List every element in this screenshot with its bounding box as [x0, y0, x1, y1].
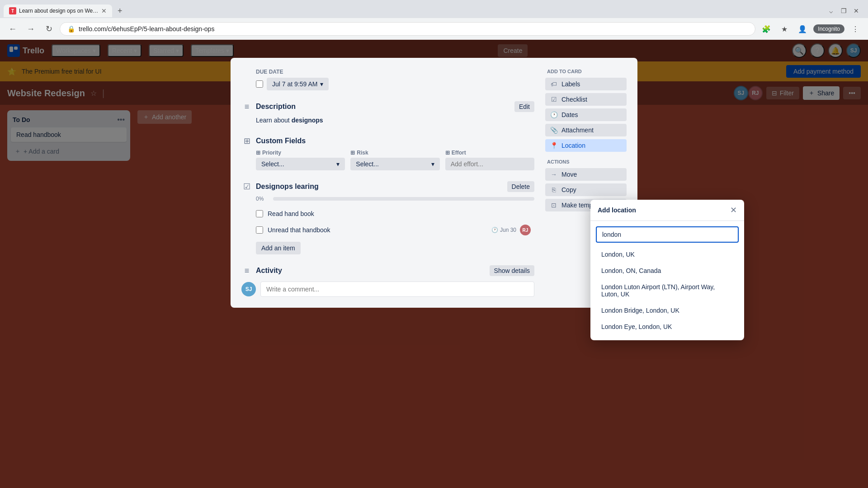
menu-button[interactable]: ⋮ [848, 22, 863, 36]
copy-icon: ⎘ [550, 186, 558, 193]
description-title: Description [256, 103, 296, 111]
attachment-button[interactable]: 📎 Attachment [545, 124, 627, 136]
restore-button[interactable]: ❐ [839, 6, 848, 15]
due-date-checkbox[interactable] [256, 80, 263, 88]
comment-input-row: SJ [241, 282, 534, 297]
custom-fields-header: ⊞ Custom Fields [241, 136, 534, 146]
bookmark-button[interactable]: ★ [777, 22, 792, 36]
priority-icon: ⊞ [256, 150, 260, 156]
effort-field: ⊞ Effort [445, 150, 534, 170]
location-suggestion-1[interactable]: London, ON, Canada [596, 263, 739, 279]
checklist-header: ☑ Designops learing Delete [241, 181, 534, 192]
location-suggestion-4[interactable]: London Eye, London, UK [596, 319, 739, 335]
lock-icon: 🔒 [67, 25, 75, 33]
checklist-checkbox-1[interactable] [256, 226, 263, 234]
progress-bar-wrapper: 0% [241, 196, 534, 202]
card-modal-main: Due date Jul 7 at 9:59 AM ▾ ≡ Descriptio… [241, 69, 534, 297]
progress-pct: 0% [256, 196, 269, 202]
due-date-section: Due date Jul 7 at 9:59 AM ▾ [241, 69, 534, 90]
activity-title: Activity [256, 267, 282, 275]
description-edit-button[interactable]: Edit [514, 101, 534, 112]
card-modal-sidebar: Add to card 🏷 Labels ☑ Checklist 🕐 Dates… [545, 69, 627, 297]
progress-bar [273, 197, 534, 201]
risk-field: ⊞ Risk Select... ▾ [350, 150, 439, 170]
location-icon: 📍 [550, 142, 558, 149]
checklist-item-text-0: Read hand book [268, 210, 314, 217]
url-text: trello.com/c/6ehusEpP/5-learn-about-desi… [79, 25, 748, 33]
browser-chrome: T Learn about design ops on Webs... ✕ + … [0, 0, 868, 40]
effort-input[interactable] [445, 158, 534, 170]
back-button[interactable]: ← [5, 22, 20, 36]
checklist-button[interactable]: ☑ Checklist [545, 93, 627, 106]
location-button[interactable]: 📍 Location [545, 139, 627, 152]
priority-chevron: ▾ [336, 160, 340, 168]
location-suggestions: London, UK London, ON, Canada London Lut… [596, 246, 739, 335]
custom-fields-section: ⊞ Custom Fields ⊞ Priority Select... ▾ [241, 136, 534, 170]
extensions-button[interactable]: 🧩 [759, 22, 774, 36]
tab-favicon: T [9, 7, 16, 14]
checklist-item-1: Unread that handbook 🕐 Jun 30 RJ [241, 222, 534, 238]
minimize-button[interactable]: ⌵ [826, 6, 835, 15]
due-date-button[interactable]: Jul 7 at 9:59 AM ▾ [267, 78, 329, 90]
profile-button[interactable]: 👤 [795, 22, 810, 36]
tab-close-button[interactable]: ✕ [101, 7, 107, 14]
description-bold: designops [292, 117, 323, 124]
actions-title: Actions [545, 159, 627, 164]
checklist-checkbox-0[interactable] [256, 210, 263, 217]
custom-fields-grid: ⊞ Priority Select... ▾ ⊞ Risk [241, 150, 534, 170]
popover-header: Add location ✕ [590, 200, 744, 221]
checklist-title: Designops learing [256, 183, 319, 191]
location-suggestion-0[interactable]: London, UK [596, 246, 739, 263]
checklist-delete-button[interactable]: Delete [507, 181, 534, 192]
priority-select[interactable]: Select... ▾ [256, 158, 345, 170]
due-date-value: Jul 7 at 9:59 AM [272, 80, 317, 88]
description-section: ≡ Description Edit Learn about designops [241, 101, 534, 125]
move-button[interactable]: → Move [545, 168, 627, 181]
checklist-member-avatar: RJ [520, 225, 531, 235]
modal-overlay[interactable]: Due date Jul 7 at 9:59 AM ▾ ≡ Descriptio… [0, 40, 868, 488]
add-item-button[interactable]: Add an item [256, 242, 301, 254]
risk-select[interactable]: Select... ▾ [350, 158, 439, 170]
copy-button[interactable]: ⎘ Copy [545, 183, 627, 196]
popover-body: London, UK London, ON, Canada London Lut… [590, 221, 744, 340]
window-controls: ⌵ ❐ ✕ [823, 5, 864, 17]
reload-button[interactable]: ↻ [42, 22, 56, 36]
checklist-sidebar-icon: ☑ [550, 96, 558, 103]
priority-label: ⊞ Priority [256, 150, 345, 156]
card-modal: Due date Jul 7 at 9:59 AM ▾ ≡ Descriptio… [231, 58, 637, 308]
labels-button[interactable]: 🏷 Labels [545, 78, 627, 90]
risk-chevron: ▾ [431, 160, 434, 168]
popover-close-button[interactable]: ✕ [730, 205, 737, 215]
location-suggestion-3[interactable]: London Bridge, London, UK [596, 302, 739, 319]
description-icon: ≡ [241, 102, 252, 112]
attachment-icon: 📎 [550, 127, 558, 134]
nav-actions: 🧩 ★ 👤 Incognito ⋮ [759, 22, 863, 36]
close-button[interactable]: ✕ [852, 6, 861, 15]
location-suggestion-2[interactable]: London Luton Airport (LTN), Airport Way,… [596, 279, 739, 302]
priority-field: ⊞ Priority Select... ▾ [256, 150, 345, 170]
comment-input[interactable] [260, 282, 534, 297]
add-location-popover: Add location ✕ London, UK London, ON, Ca… [590, 200, 744, 340]
incognito-badge: Incognito [813, 24, 844, 33]
comment-user-avatar: SJ [241, 282, 256, 296]
dates-icon: 🕐 [550, 111, 558, 118]
risk-icon: ⊞ [350, 150, 355, 156]
checklist-icon: ☑ [241, 182, 252, 192]
activity-section: ≡ Activity Show details SJ [241, 265, 534, 297]
template-icon: ⊡ [550, 202, 558, 209]
dates-button[interactable]: 🕐 Dates [545, 108, 627, 121]
address-bar[interactable]: 🔒 trello.com/c/6ehusEpP/5-learn-about-de… [60, 22, 755, 36]
checklist-section: ☑ Designops learing Delete 0% Read hand … [241, 181, 534, 254]
due-date-text: Jun 30 [500, 227, 516, 233]
custom-fields-icon: ⊞ [241, 136, 252, 146]
show-details-button[interactable]: Show details [490, 265, 534, 276]
tab-bar: T Learn about design ops on Webs... ✕ + … [0, 0, 868, 18]
active-tab[interactable]: T Learn about design ops on Webs... ✕ [4, 5, 112, 17]
add-to-card-title: Add to card [545, 69, 627, 74]
checklist-item-text-1: Unread that handbook [268, 226, 330, 234]
forward-button[interactable]: → [24, 22, 38, 36]
due-date-input: Jul 7 at 9:59 AM ▾ [241, 78, 534, 90]
location-search-input[interactable] [596, 226, 739, 243]
new-tab-button[interactable]: + [114, 5, 126, 18]
effort-icon: ⊞ [445, 150, 450, 156]
